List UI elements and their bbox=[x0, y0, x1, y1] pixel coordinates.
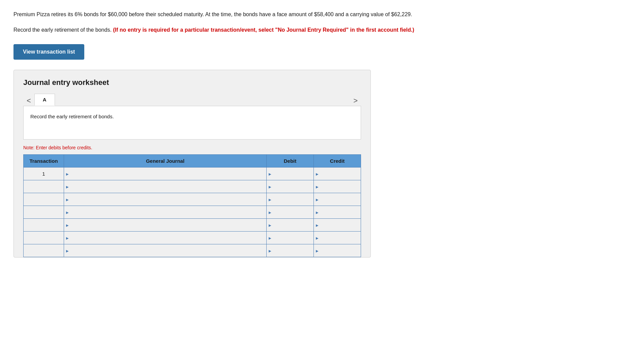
transaction-num-3 bbox=[24, 193, 64, 206]
journal-entry-input-2[interactable] bbox=[64, 180, 266, 193]
note-text: Note: Enter debits before credits. bbox=[23, 145, 361, 150]
journal-entry-input-1[interactable] bbox=[64, 168, 266, 180]
credit-cell-7[interactable] bbox=[314, 244, 361, 257]
credit-input-1[interactable] bbox=[314, 168, 361, 180]
instruction-normal-text: Record the early retirement of the bonds… bbox=[13, 27, 113, 33]
debit-cell-3[interactable] bbox=[267, 193, 314, 206]
debit-cell-5[interactable] bbox=[267, 219, 314, 232]
credit-cell-4[interactable] bbox=[314, 206, 361, 219]
tab-a[interactable]: A bbox=[34, 94, 55, 106]
worksheet-description: Record the early retirement of bonds. bbox=[30, 113, 354, 121]
transaction-num-2 bbox=[24, 180, 64, 193]
debit-cell-4[interactable] bbox=[267, 206, 314, 219]
transaction-num-7 bbox=[24, 244, 64, 257]
debit-input-6[interactable] bbox=[267, 232, 314, 244]
journal-entry-cell-1[interactable] bbox=[64, 168, 267, 180]
tab-prev-button[interactable]: < bbox=[23, 96, 34, 106]
debit-cell-1[interactable] bbox=[267, 168, 314, 180]
journal-table: Transaction General Journal Debit Credit… bbox=[23, 154, 361, 257]
credit-input-7[interactable] bbox=[314, 244, 361, 257]
credit-cell-2[interactable] bbox=[314, 180, 361, 193]
col-debit: Debit bbox=[267, 155, 314, 168]
table-row: 1 bbox=[24, 168, 361, 180]
debit-input-3[interactable] bbox=[267, 193, 314, 206]
journal-entry-cell-7[interactable] bbox=[64, 244, 267, 257]
credit-input-2[interactable] bbox=[314, 180, 361, 193]
table-row bbox=[24, 232, 361, 244]
table-row bbox=[24, 244, 361, 257]
transaction-num-5 bbox=[24, 219, 64, 232]
col-general-journal: General Journal bbox=[64, 155, 267, 168]
credit-cell-1[interactable] bbox=[314, 168, 361, 180]
intro-paragraph-1: Premium Pizza retires its 6% bonds for $… bbox=[13, 10, 614, 19]
debit-input-7[interactable] bbox=[267, 244, 314, 257]
tab-navigation: < A > bbox=[23, 94, 361, 106]
table-header-row: Transaction General Journal Debit Credit bbox=[24, 155, 361, 168]
journal-entry-cell-2[interactable] bbox=[64, 180, 267, 193]
credit-input-5[interactable] bbox=[314, 219, 361, 231]
debit-input-1[interactable] bbox=[267, 168, 314, 180]
debit-input-5[interactable] bbox=[267, 219, 314, 231]
debit-input-4[interactable] bbox=[267, 206, 314, 218]
credit-cell-3[interactable] bbox=[314, 193, 361, 206]
table-row bbox=[24, 219, 361, 232]
debit-cell-2[interactable] bbox=[267, 180, 314, 193]
table-row bbox=[24, 180, 361, 193]
debit-cell-6[interactable] bbox=[267, 232, 314, 244]
col-transaction: Transaction bbox=[24, 155, 64, 168]
tab-next-button[interactable]: > bbox=[350, 96, 361, 106]
transaction-num-6 bbox=[24, 232, 64, 244]
table-row bbox=[24, 193, 361, 206]
view-transaction-button[interactable]: View transaction list bbox=[13, 44, 84, 60]
credit-input-3[interactable] bbox=[314, 193, 361, 206]
worksheet-body: Record the early retirement of bonds. bbox=[23, 106, 361, 140]
journal-entry-cell-4[interactable] bbox=[64, 206, 267, 219]
journal-entry-input-4[interactable] bbox=[64, 206, 266, 218]
journal-entry-cell-3[interactable] bbox=[64, 193, 267, 206]
debit-cell-7[interactable] bbox=[267, 244, 314, 257]
worksheet-container: Journal entry worksheet < A > Record the… bbox=[13, 70, 371, 257]
journal-entry-input-5[interactable] bbox=[64, 219, 266, 231]
debit-input-2[interactable] bbox=[267, 180, 314, 193]
instruction-bold-red-text: (If no entry is required for a particula… bbox=[113, 27, 414, 33]
credit-input-4[interactable] bbox=[314, 206, 361, 218]
journal-entry-cell-5[interactable] bbox=[64, 219, 267, 232]
journal-entry-cell-6[interactable] bbox=[64, 232, 267, 244]
transaction-num-1: 1 bbox=[24, 168, 64, 180]
journal-entry-input-3[interactable] bbox=[64, 193, 266, 206]
credit-cell-6[interactable] bbox=[314, 232, 361, 244]
instruction-paragraph: Record the early retirement of the bonds… bbox=[13, 26, 614, 34]
col-credit: Credit bbox=[314, 155, 361, 168]
credit-cell-5[interactable] bbox=[314, 219, 361, 232]
table-row bbox=[24, 206, 361, 219]
worksheet-title: Journal entry worksheet bbox=[23, 78, 361, 87]
transaction-num-4 bbox=[24, 206, 64, 219]
journal-entry-input-6[interactable] bbox=[64, 232, 266, 244]
credit-input-6[interactable] bbox=[314, 232, 361, 244]
journal-entry-input-7[interactable] bbox=[64, 244, 266, 257]
